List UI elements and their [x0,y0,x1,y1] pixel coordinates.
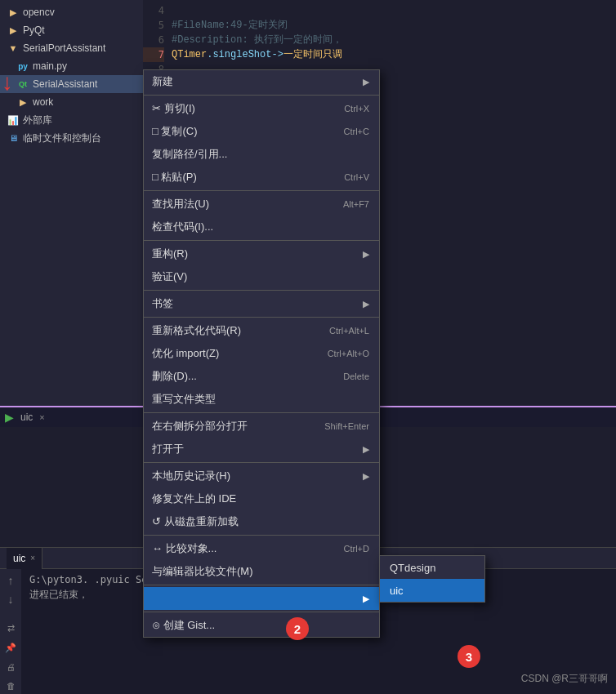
menu-item-copy-path[interactable]: 复制路径/引用... [144,143,379,166]
sidebar-item-label: 临时文件和控制台 [23,131,101,145]
folder-icon: ▶ [7,6,20,19]
globe-icon: 🖥 [7,131,20,145]
sidebar-item-label: main.py [33,60,67,72]
sidebar-item-temp-console[interactable]: 🖥 临时文件和控制台 [0,129,143,147]
menu-shortcut: Alt+F7 [343,199,369,209]
folder-icon: ▶ [7,24,20,37]
pin-icon[interactable]: 📌 [2,639,19,656]
menu-item-compare[interactable]: ↔ 比较对象... Ctrl+D [144,537,379,560]
code-line: #Description: 执行到一定的时间， [172,33,616,47]
menu-label: 书签 [152,296,356,311]
sidebar-item-label: work [33,96,53,108]
menu-shortcut: Delete [343,371,369,381]
run-button[interactable]: ▶ [5,411,14,424]
menu-item-local-history[interactable]: 本地历史记录(H) ▶ [144,465,379,487]
sidebar-item-serialassistant[interactable]: Qt SerialAssistant [0,75,143,93]
menu-item-create-gist[interactable]: ⊙ 创建 Gist... [144,614,379,637]
sidebar-item-label: 外部库 [23,113,52,127]
menu-label: 本地历史记录(H) [152,469,356,483]
menu-item-validate[interactable]: 验证(V) [144,265,379,288]
tab-label: uic [13,553,25,564]
menu-label: ✂ 剪切(I) [152,101,328,116]
context-menu: 新建 ▶ ✂ 剪切(I) Ctrl+X □ 复制(C) Ctrl+C 复制路径/… [143,69,380,638]
menu-item-optimize-import[interactable]: 优化 import(Z) Ctrl+Alt+O [144,342,379,365]
menu-item-external-tools[interactable]: ▶ [144,587,379,610]
submenu-arrow-icon: ▶ [363,471,369,482]
submenu-item-qtdesign[interactable]: QTdesign [380,556,484,579]
menu-shortcut: Ctrl+X [344,104,369,113]
watermark-text: CSDN @R三哥哥啊 [521,673,608,684]
menu-item-reformat[interactable]: 重新格式化代码(R) Ctrl+Alt+L [144,319,379,342]
menu-separator [144,190,379,191]
menu-label: 在右侧拆分部分打开 [152,419,308,434]
menu-item-open-in[interactable]: 打开于 ▶ [144,438,379,460]
menu-item-split-right[interactable]: 在右侧拆分部分打开 Shift+Enter [144,415,379,438]
sidebar-item-work[interactable]: ▶ work [0,93,143,111]
sidebar-item-opencv[interactable]: ▶ opencv [0,3,143,21]
menu-shortcut: Shift+Enter [324,421,369,431]
menu-separator [144,462,379,463]
tab-close-icon[interactable]: × [30,554,35,563]
qt-icon: Qt [16,78,29,91]
menu-shortcut: Ctrl+Alt+L [329,326,369,336]
menu-label: □ 粘贴(P) [152,170,328,185]
menu-separator [144,585,379,585]
sidebar: ▶ opencv ▶ PyQt ▼ SerialPortAssistant py… [0,0,143,408]
menu-item-compare-editor[interactable]: 与编辑器比较文件(M) [144,560,379,583]
scroll-up-icon[interactable]: ↑ [2,572,19,589]
run-tab-label[interactable]: uic [20,412,33,423]
sidebar-item-serialportassistant[interactable]: ▼ SerialPortAssistant [0,39,143,57]
sidebar-item-label: PyQt [23,24,45,36]
menu-label: 验证(V) [152,269,369,284]
menu-separator [144,95,379,96]
scroll-down-icon[interactable]: ↓ [2,592,19,608]
menu-item-delete[interactable]: 删除(D)... Delete [144,365,379,388]
menu-separator [144,612,379,612]
menu-separator [144,290,379,291]
menu-item-find-usage[interactable]: 查找用法(U) Alt+F7 [144,193,379,216]
code-line: #FileName:49-定时关闭 [172,18,616,33]
menu-shortcut: Ctrl+C [344,127,369,136]
menu-item-inspect-code[interactable]: 检查代码(I)... [144,216,379,238]
sidebar-item-main-py[interactable]: py main.py [0,57,143,75]
menu-label: 复制路径/引用... [152,147,369,162]
submenu-label: uic [390,585,404,597]
menu-item-new[interactable]: 新建 ▶ [144,70,379,93]
submenu-external-tools: QTdesign uic [379,555,485,603]
menu-separator [144,412,379,413]
menu-label: ⊙ 创建 Gist... [152,618,369,633]
menu-item-reload-disk[interactable]: ↺ 从磁盘重新加载 [144,510,379,533]
menu-label: 打开于 [152,442,356,456]
submenu-arrow-icon: ▶ [363,594,369,604]
menu-item-copy[interactable]: □ 复制(C) Ctrl+C [144,120,379,143]
clear-icon[interactable]: 🗑 [2,678,19,694]
run-tab-close[interactable]: × [39,412,44,422]
menu-item-fix-ide[interactable]: 修复文件上的 IDE [144,487,379,510]
menu-item-refactor[interactable]: 重构(R) ▶ [144,242,379,265]
print-icon[interactable]: 🖨 [2,659,19,675]
submenu-item-uic[interactable]: uic [380,579,484,602]
menu-label: 重新格式化代码(R) [152,323,313,338]
menu-item-override-filetype[interactable]: 重写文件类型 [144,388,379,411]
menu-item-paste[interactable]: □ 粘贴(P) Ctrl+V [144,166,379,189]
menu-label: 重写文件类型 [152,392,369,407]
watermark: CSDN @R三哥哥啊 [521,672,608,686]
menu-label: 查找用法(U) [152,197,327,211]
code-line: QTimer.singleShot->一定时间只调 [172,47,616,62]
menu-label: 新建 [152,74,356,89]
submenu-arrow-icon: ▶ [363,444,369,455]
menu-shortcut: Ctrl+D [344,544,369,554]
menu-label: 检查代码(I)... [152,220,369,234]
menu-item-cut[interactable]: ✂ 剪切(I) Ctrl+X [144,97,379,120]
submenu-label: QTdesign [390,562,435,574]
terminal-tab-uic[interactable]: uic × [7,548,42,569]
menu-label: 与编辑器比较文件(M) [152,564,369,579]
terminal-side-icons: ↑ ↓ ⇄ 📌 🖨 🗑 [0,569,21,694]
menu-item-bookmark[interactable]: 书签 ▶ [144,292,379,315]
menu-label: ↺ 从磁盘重新加载 [152,514,369,529]
bar-icon: 📊 [7,113,20,127]
wrap-icon[interactable]: ⇄ [2,621,19,637]
submenu-arrow-icon: ▶ [363,249,369,260]
sidebar-item-pyqt[interactable]: ▶ PyQt [0,21,143,39]
sidebar-item-external-lib[interactable]: 📊 外部库 [0,111,143,129]
